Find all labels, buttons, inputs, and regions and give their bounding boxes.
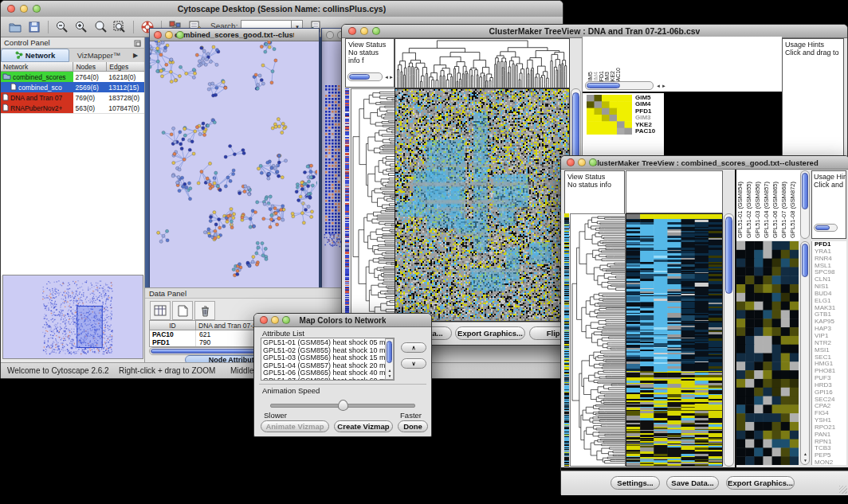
gene-label[interactable]: MSI1 [815,347,846,354]
gene-label[interactable]: MAK31 [815,305,846,312]
gene-label[interactable]: NIS1 [815,283,846,291]
attribute-item[interactable]: GPL51-04 (GSM857) heat shock 20 min [261,362,394,370]
usage-hints-scrollbar[interactable] [814,224,838,232]
heatmap-column-label[interactable]: GPL51-01 (GSM854) [737,182,744,238]
done-button[interactable]: Done [398,420,428,432]
new-attribute-icon[interactable] [172,301,193,320]
zoom-button[interactable] [589,158,597,166]
animate-vizmap-button[interactable]: Animate Vizmap [261,420,329,432]
gene-label[interactable]: RPN1 [815,439,846,446]
tab-overflow-icon[interactable]: ▶ [128,49,143,62]
close-button[interactable] [567,158,575,166]
attribute-list-vscrollbar[interactable]: ▲ ▼ [385,338,394,380]
close-button[interactable] [348,27,356,35]
zoom-detail-view[interactable] [736,241,799,465]
row-dendrogram[interactable] [570,213,626,467]
zoom-button[interactable] [33,5,41,13]
minimize-button[interactable] [165,31,173,39]
animation-speed-slider[interactable] [270,400,414,409]
matrix-row-label[interactable]: PAC10 [635,128,665,135]
zoom-button[interactable] [282,316,290,324]
attribute-select-icon[interactable] [150,301,171,320]
zoom-button[interactable] [176,31,184,39]
attribute-listbox[interactable]: GPL51-01 (GSM854) heat shock 05 minGPL51… [261,338,395,381]
close-button[interactable] [260,316,268,324]
gene-label[interactable]: SPC98 [815,269,846,276]
attribute-item[interactable]: GPL51-01 (GSM854) heat shock 05 min [261,339,394,347]
gene-label[interactable]: PAN1 [815,432,846,439]
scroll-right-icon[interactable]: ► [662,84,666,88]
attribute-item[interactable]: GPL51-02 (GSM855) heat shock 10 min [261,347,394,355]
gene-label[interactable]: YSH1 [815,417,846,424]
gene-label[interactable]: RNR4 [815,256,846,263]
zoom-in-icon[interactable] [73,19,89,35]
tab-vizmapper[interactable]: VizMapper™ [69,49,128,62]
slider-thumb[interactable] [338,400,348,411]
export-graphics-button[interactable]: Export Graphics... [726,476,795,490]
column-dendrogram[interactable] [395,38,570,88]
birdseye-view[interactable] [2,275,143,359]
zoom-fit-icon[interactable] [112,19,128,35]
move-up-button[interactable]: ∧ [401,342,426,353]
move-down-button[interactable]: ∨ [401,358,426,369]
gene-label[interactable]: SEC1 [815,354,846,361]
scroll-down-icon[interactable]: ▼ [803,459,807,463]
save-icon[interactable] [26,19,42,35]
similarity-matrix[interactable] [587,95,632,135]
scroll-up-icon[interactable]: ▲ [388,369,392,373]
gene-label[interactable]: BUD4 [815,291,846,298]
gene-label[interactable]: NTR2 [815,340,846,347]
create-vizmap-button[interactable]: Create Vizmap [334,420,393,432]
gene-label[interactable]: FIG4 [815,410,846,417]
float-panel-icon[interactable] [134,36,141,50]
minimize-button[interactable] [578,158,586,166]
network-table-header-nodes[interactable]: Nodes [73,62,107,72]
gene-list[interactable]: PFD1YRA1RNR4MSL1SPC98CLN1NIS1BUD4ELG1MAK… [811,241,846,465]
zoom-selected-icon[interactable] [92,19,108,35]
heatmap-combined[interactable] [626,213,723,467]
gene-label[interactable]: VIP1 [815,333,846,340]
gene-label[interactable]: ELG1 [815,298,846,305]
attribute-item[interactable]: GPL51-06 (GSM865) heat shock 40 min [261,369,394,377]
gene-label[interactable]: YRA1 [815,248,846,256]
gene-label[interactable]: RPO21 [815,424,846,432]
gene-label[interactable]: PUF3 [815,375,846,382]
attribute-item[interactable]: GPL51-03 (GSM856) heat shock 15 min [261,354,394,362]
gene-label[interactable]: MSL1 [815,263,846,270]
network-table-row[interactable]: combined_scores2764(0)16218(0) [1,72,144,82]
gene-label[interactable]: GTB1 [815,311,846,318]
gene-label[interactable]: HRD3 [815,382,846,389]
zoom-out-icon[interactable] [54,19,70,35]
gene-label[interactable]: PHO81 [815,368,846,375]
network-window-titlebar[interactable]: combined_scores_good.txt--cluste... [150,29,319,41]
view-status-scrollbar[interactable] [347,72,383,81]
scroll-right-icon[interactable]: ► [389,75,394,80]
gene-label[interactable]: CPA2 [815,403,846,410]
network-table-row[interactable]: combined_sco2569(6)13112(15) [1,82,144,92]
network-view-window[interactable]: combined_scores_good.txt--cluste... [149,28,320,289]
heatmap-column-label[interactable]: GPL51-08 (GSM872) [790,182,796,238]
gene-label[interactable]: PEP5 [815,452,846,459]
delete-attribute-icon[interactable] [194,301,215,320]
heatmap-column-label[interactable]: GPL51-04 (GSM857) [764,182,770,238]
zoom-labels-vscrollbar[interactable] [800,170,810,239]
attribute-item[interactable]: GPL51-07 (GSM868) heat shock 60 min [261,377,394,381]
gene-label[interactable]: MON2 [815,459,846,465]
scroll-left-icon[interactable]: ◄ [656,84,661,88]
close-button[interactable] [154,31,162,39]
zoom-button[interactable] [372,27,380,35]
minimize-button[interactable] [271,316,279,324]
network-table-header-edges[interactable]: Edges [107,62,144,72]
network-table-row[interactable]: DNA and Tran 07769(0)183728(0) [1,92,144,103]
settings-button[interactable]: Settings... [610,476,660,490]
network-table-header-network[interactable]: Network [1,62,73,72]
scroll-down-icon[interactable]: ▼ [388,374,392,378]
gene-label[interactable]: SEC24 [815,397,846,404]
heatmap-column-label[interactable]: GPL51-03 (GSM856) [755,182,761,238]
main-titlebar[interactable]: Cytoscape Desktop (Session Name: collins… [1,1,563,18]
gene-label[interactable]: GPI16 [815,389,846,397]
scroll-up-icon[interactable]: ▲ [803,452,807,456]
heatmap-column-label[interactable]: GPL51-02 (GSM855) [746,182,752,238]
heatmap-column-label[interactable]: GPL51-06 (GSM865) [772,182,779,238]
minimize-button[interactable] [20,5,28,13]
